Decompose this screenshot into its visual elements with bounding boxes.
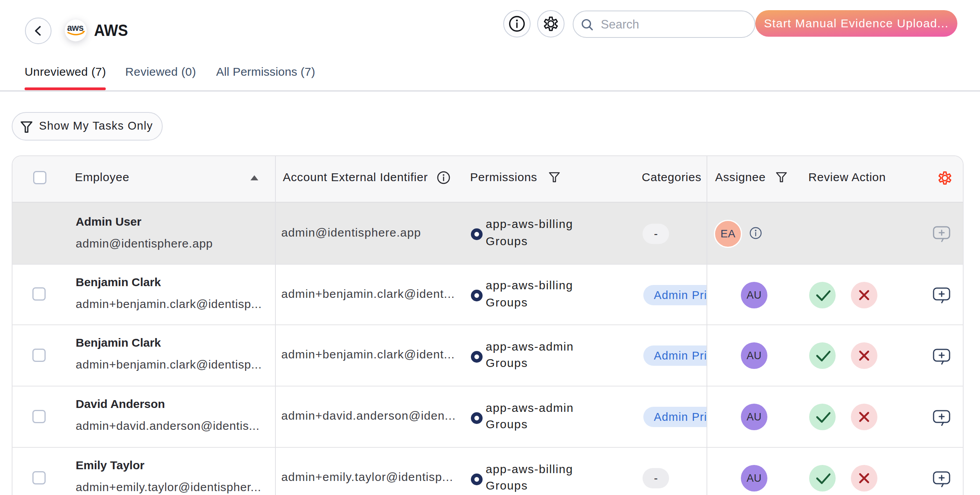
svg-text:aws: aws	[67, 23, 83, 33]
